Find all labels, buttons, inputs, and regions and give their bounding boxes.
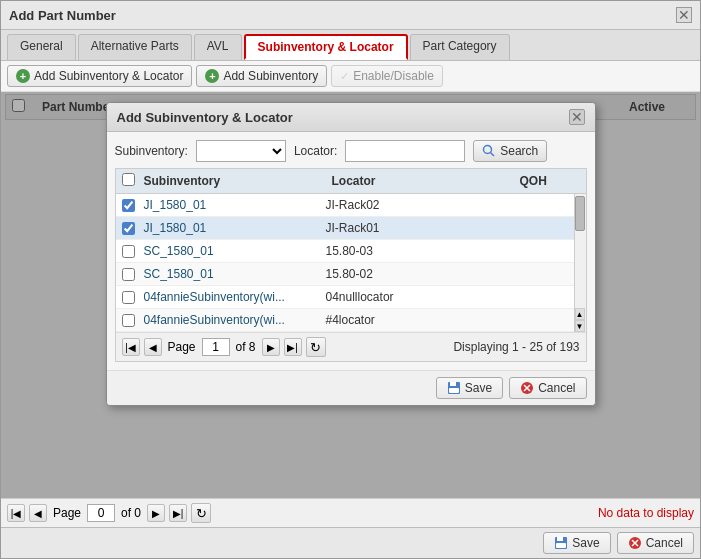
bottom-first-page-button[interactable]: |◀ bbox=[7, 504, 25, 522]
save-icon bbox=[447, 381, 461, 395]
refresh-button[interactable]: ↻ bbox=[306, 337, 326, 357]
bottom-cancel-icon bbox=[628, 536, 642, 550]
tab-avl[interactable]: AVL bbox=[194, 34, 242, 60]
table-row: SC_1580_01 15.80-03 bbox=[116, 240, 574, 263]
subinventory-select[interactable] bbox=[196, 140, 286, 162]
row-checkbox[interactable] bbox=[122, 314, 135, 327]
row-locator: 04nulllocator bbox=[326, 290, 508, 304]
modal-col-subinventory-header: Subinventory bbox=[144, 174, 332, 188]
search-button[interactable]: Search bbox=[473, 140, 547, 162]
enable-disable-button[interactable]: ✓ Enable/Disable bbox=[331, 65, 443, 87]
modal-col-check-header bbox=[122, 173, 144, 189]
row-locator: #4locator bbox=[326, 313, 508, 327]
window-close-button[interactable]: ✕ bbox=[676, 7, 692, 23]
bottom-prev-page-button[interactable]: ◀ bbox=[29, 504, 47, 522]
window-title: Add Part Number bbox=[9, 8, 116, 23]
bottom-cancel-button[interactable]: Cancel bbox=[617, 532, 694, 554]
last-page-button[interactable]: ▶| bbox=[284, 338, 302, 356]
of-label: of 8 bbox=[236, 340, 256, 354]
main-content-area: Part Number Subinventory Locator QOH Act… bbox=[1, 92, 700, 498]
main-window: Add Part Number ✕ General Alternative Pa… bbox=[0, 0, 701, 559]
row-locator: JI-Rack01 bbox=[326, 221, 508, 235]
row-locator: 15.80-02 bbox=[326, 267, 508, 281]
row-checkbox-container bbox=[122, 222, 144, 235]
modal-col-qoh-header: QOH bbox=[520, 174, 580, 188]
scroll-down-btn[interactable]: ▼ bbox=[575, 320, 585, 332]
row-subinventory[interactable]: 04fannieSubinventory(wi... bbox=[144, 313, 326, 327]
bottom-next-page-button[interactable]: ▶ bbox=[147, 504, 165, 522]
scrollbar-thumb bbox=[575, 196, 585, 231]
modal-footer: Save Cancel bbox=[107, 370, 595, 405]
modal-cancel-button[interactable]: Cancel bbox=[509, 377, 586, 399]
row-subinventory[interactable]: 04fannieSubinventory(wi... bbox=[144, 290, 326, 304]
row-checkbox[interactable] bbox=[122, 199, 135, 212]
tabs-bar: General Alternative Parts AVL Subinvento… bbox=[1, 30, 700, 61]
cancel-icon bbox=[520, 381, 534, 395]
row-checkbox-container bbox=[122, 291, 144, 304]
scroll-up-btn[interactable]: ▲ bbox=[575, 308, 585, 320]
table-row: JI_1580_01 JI-Rack02 bbox=[116, 194, 574, 217]
bottom-page-label: Page bbox=[53, 506, 81, 520]
row-checkbox[interactable] bbox=[122, 245, 135, 258]
row-checkbox-container bbox=[122, 245, 144, 258]
modal-select-all-checkbox[interactable] bbox=[122, 173, 135, 186]
modal-search-row: Subinventory: Locator: Search bbox=[115, 140, 587, 162]
row-subinventory[interactable]: JI_1580_01 bbox=[144, 221, 326, 235]
search-icon bbox=[482, 144, 496, 158]
add-icon-2: + bbox=[205, 69, 219, 83]
bottom-last-page-button[interactable]: ▶| bbox=[169, 504, 187, 522]
row-subinventory[interactable]: JI_1580_01 bbox=[144, 198, 326, 212]
locator-label: Locator: bbox=[294, 144, 337, 158]
svg-rect-9 bbox=[557, 537, 563, 541]
row-locator: JI-Rack02 bbox=[326, 198, 508, 212]
modal-table: Subinventory Locator QOH bbox=[115, 168, 587, 362]
table-row: JI_1580_01 JI-Rack01 bbox=[116, 217, 574, 240]
tab-part-category[interactable]: Part Category bbox=[410, 34, 510, 60]
tab-subinventory-locator[interactable]: Subinventory & Locator bbox=[244, 34, 408, 60]
modal-table-scroll-container: JI_1580_01 JI-Rack02 JI_1580_01 bbox=[116, 194, 586, 332]
modal-overlay: Add Subinventory & Locator ✕ Subinventor… bbox=[1, 92, 700, 498]
row-checkbox[interactable] bbox=[122, 222, 135, 235]
tab-general[interactable]: General bbox=[7, 34, 76, 60]
table-row: 04fannieSubinventory(wi... #4locator bbox=[116, 309, 574, 332]
locator-input[interactable] bbox=[345, 140, 465, 162]
window-title-bar: Add Part Number ✕ bbox=[1, 1, 700, 30]
svg-point-0 bbox=[484, 146, 492, 154]
row-checkbox-container bbox=[122, 199, 144, 212]
modal-title: Add Subinventory & Locator bbox=[117, 110, 293, 125]
svg-line-1 bbox=[491, 153, 495, 157]
modal-title-bar: Add Subinventory & Locator ✕ bbox=[107, 103, 595, 132]
prev-page-button[interactable]: ◀ bbox=[144, 338, 162, 356]
modal-close-button[interactable]: ✕ bbox=[569, 109, 585, 125]
add-icon: + bbox=[16, 69, 30, 83]
row-subinventory[interactable]: SC_1580_01 bbox=[144, 267, 326, 281]
row-locator: 15.80-03 bbox=[326, 244, 508, 258]
page-label: Page bbox=[168, 340, 196, 354]
next-page-button[interactable]: ▶ bbox=[262, 338, 280, 356]
add-subinventory-button[interactable]: + Add Subinventory bbox=[196, 65, 327, 87]
bottom-pagination-bar: |◀ ◀ Page of 0 ▶ ▶| ↻ No data to display bbox=[1, 498, 700, 527]
bottom-save-button[interactable]: Save bbox=[543, 532, 610, 554]
no-data-text: No data to display bbox=[598, 506, 694, 520]
row-subinventory[interactable]: SC_1580_01 bbox=[144, 244, 326, 258]
modal-col-locator-header: Locator bbox=[332, 174, 520, 188]
svg-rect-10 bbox=[556, 543, 566, 548]
tab-alternative-parts[interactable]: Alternative Parts bbox=[78, 34, 192, 60]
svg-rect-4 bbox=[449, 388, 459, 393]
modal-pagination-bar: |◀ ◀ Page of 8 ▶ ▶| ↻ Displaying 1 - 25 … bbox=[116, 332, 586, 361]
add-subinventory-locator-modal: Add Subinventory & Locator ✕ Subinventor… bbox=[106, 102, 596, 406]
page-input[interactable] bbox=[202, 338, 230, 356]
svg-rect-3 bbox=[450, 382, 456, 386]
modal-table-header: Subinventory Locator QOH bbox=[116, 169, 586, 194]
row-checkbox-container bbox=[122, 268, 144, 281]
row-checkbox-container bbox=[122, 314, 144, 327]
row-checkbox[interactable] bbox=[122, 291, 135, 304]
first-page-button[interactable]: |◀ bbox=[122, 338, 140, 356]
add-subinventory-locator-button[interactable]: + Add Subinventory & Locator bbox=[7, 65, 192, 87]
modal-scrollbar[interactable]: ▲ ▼ bbox=[574, 194, 586, 332]
modal-save-button[interactable]: Save bbox=[436, 377, 503, 399]
row-checkbox[interactable] bbox=[122, 268, 135, 281]
bottom-refresh-button[interactable]: ↻ bbox=[191, 503, 211, 523]
table-row: SC_1580_01 15.80-02 bbox=[116, 263, 574, 286]
bottom-page-input[interactable] bbox=[87, 504, 115, 522]
